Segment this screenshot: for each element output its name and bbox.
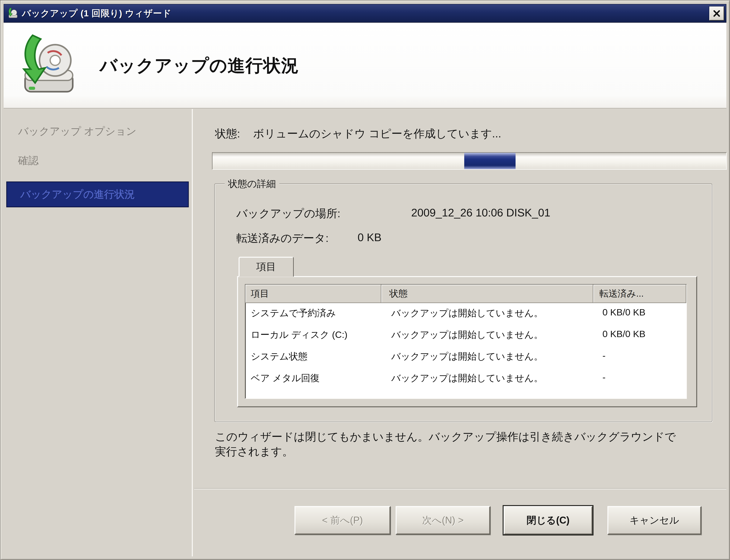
table-row[interactable]: システム状態 バックアップは開始していません。 - [245,350,686,372]
footer-note: このウィザードは閉じてもかまいません。バックアップ操作は引き続きバックグラウンド… [215,429,724,459]
page-title: バックアップの進行状況 [100,54,299,77]
status-cell: バックアップは開始していません。 [382,307,593,319]
transferred-cell: - [593,372,686,383]
item-cell: ベア メタル回復 [245,372,382,384]
progress-bar [212,152,727,170]
button-separator [194,488,726,489]
item-cell: システムで予約済み [245,307,382,319]
table-row[interactable]: ベア メタル回復 バックアップは開始していません。 - [245,372,686,394]
status-label: 状態: [215,127,240,140]
status-cell: バックアップは開始していません。 [382,350,593,363]
sidebar-item-confirmation: 確認 [18,154,39,168]
close-icon [713,10,720,17]
footer-note-line2: 実行されます。 [215,444,724,459]
next-button: 次へ(N) > [396,506,490,535]
sidebar-divider [192,109,193,556]
column-header-status[interactable]: 状態 [382,285,593,303]
sidebar-item-backup-progress: バックアップの進行状況 [6,181,189,207]
transferred-cell: 0 KB/0 KB [593,307,686,318]
listview-body: システムで予約済み バックアップは開始していません。 0 KB/0 KB ローカ… [245,303,686,394]
sidebar-item-backup-options: バックアップ オプション [18,124,136,138]
item-cell: システム状態 [245,350,382,363]
listview-header: 項目 状態 転送済み... [245,285,686,303]
table-row[interactable]: ローカル ディスク (C:) バックアップは開始していません。 0 KB/0 K… [245,329,686,350]
tab-items-label: 項目 [256,260,276,273]
close-button[interactable] [709,6,724,21]
backup-disk-icon [15,32,78,99]
items-listview: 項目 状態 転送済み... システムで予約済み バックアップは開始していません。… [245,284,687,399]
close-dialog-button[interactable]: 閉じる(C) [504,506,593,535]
status-row: 状態:ボリュームのシャドウ コピーを作成しています... [215,126,501,141]
transferred-cell: 0 KB/0 KB [593,329,686,339]
progress-block [464,153,516,169]
backup-location-value: 2009_12_26 10:06 DISK_01 [411,206,550,219]
column-header-item[interactable]: 項目 [245,285,382,303]
transferred-data-value: 0 KB [357,231,382,244]
groupbox-title: 状態の詳細 [225,177,279,190]
column-header-transferred[interactable]: 転送済み... [593,285,686,303]
window-title: バックアップ (1 回限り) ウィザード [22,7,171,19]
backup-location-label: バックアップの場所: [236,206,340,221]
transferred-data-label: 転送済みのデータ: [236,231,329,246]
transferred-cell: - [593,350,686,361]
table-row[interactable]: システムで予約済み バックアップは開始していません。 0 KB/0 KB [245,307,686,329]
backup-window-icon [7,7,18,19]
back-button: < 前へ(P) [294,506,391,535]
titlebar: バックアップ (1 回限り) ウィザード [4,4,726,23]
cancel-button[interactable]: キャンセル [607,506,701,535]
item-cell: ローカル ディスク (C:) [245,329,382,341]
status-cell: バックアップは開始していません。 [382,329,593,341]
tab-items[interactable]: 項目 [238,257,294,277]
status-text: ボリュームのシャドウ コピーを作成しています... [253,127,501,140]
backup-wizard-dialog: バックアップ (1 回限り) ウィザード バックアップの進行状況 バックアップ … [0,0,730,560]
wizard-header: バックアップの進行状況 [4,23,726,109]
footer-note-line1: このウィザードは閉じてもかまいません。バックアップ操作は引き続きバックグラウンド… [215,429,724,444]
status-cell: バックアップは開始していません。 [382,372,593,384]
